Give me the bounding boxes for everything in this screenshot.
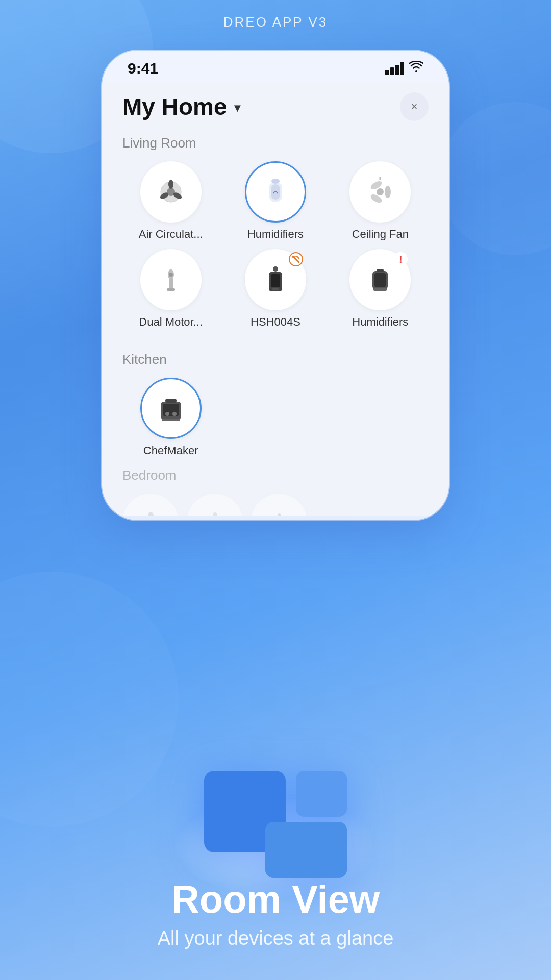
device-ceiling-fan[interactable]: Ceiling Fan xyxy=(332,161,429,241)
svg-point-36 xyxy=(212,512,217,516)
svg-point-8 xyxy=(377,188,384,195)
device-hsh004s[interactable]: HSH004S xyxy=(227,249,323,329)
app-screen: My Home ▼ × Living Room xyxy=(102,82,449,516)
bedroom-devices: Dual M... xyxy=(122,494,429,516)
ceiling-fan-icon xyxy=(362,174,398,210)
device-chefmaker[interactable]: ChefMaker xyxy=(122,378,219,457)
svg-point-34 xyxy=(148,511,154,516)
home-title: My Home xyxy=(122,93,227,120)
room-view-icon xyxy=(204,766,347,878)
hsh004s-icon xyxy=(258,262,293,298)
signal-icon xyxy=(385,62,404,75)
kitchen-section: Kitchen ChefMaker xyxy=(122,352,429,457)
svg-rect-29 xyxy=(165,399,177,403)
svg-point-2 xyxy=(168,180,173,189)
bedroom-fan-icon-1 xyxy=(137,508,165,517)
device-label-ceiling-fan: Ceiling Fan xyxy=(352,228,409,241)
bedroom-fan-icon-2 xyxy=(201,508,229,517)
home-title-container[interactable]: My Home ▼ xyxy=(122,93,243,120)
humidifier-icon xyxy=(258,174,293,210)
room-view-subtitle: All your devices at a glance xyxy=(158,927,394,949)
room-view-title: Room View xyxy=(171,877,380,921)
device-label-humidifier-2: Humidifiers xyxy=(352,315,408,329)
kitchen-title: Kitchen xyxy=(122,352,429,368)
device-icon-hsh004s xyxy=(245,249,306,310)
device-label-dual-motor: Dual Motor... xyxy=(139,315,203,329)
kitchen-devices: ChefMaker xyxy=(122,378,429,457)
alert-badge-humidifier: ! xyxy=(393,252,408,266)
wifi-icon xyxy=(409,61,423,76)
device-label-air-circulator: Air Circulat... xyxy=(139,228,203,241)
air-circulator-icon xyxy=(153,174,189,210)
svg-rect-20 xyxy=(272,288,279,290)
svg-point-30 xyxy=(165,412,169,416)
svg-point-16 xyxy=(169,273,173,277)
device-icon-humidifier-2: ! xyxy=(349,249,411,310)
living-room-title: Living Room xyxy=(122,135,429,151)
bedroom-device-2[interactable] xyxy=(187,494,243,516)
device-icon-chefmaker xyxy=(140,378,202,439)
bottom-text-area: Room View All your devices at a glance xyxy=(0,877,551,949)
bedroom-device-icon-2 xyxy=(187,494,243,516)
feature-icon-area xyxy=(204,766,347,888)
room-divider-1 xyxy=(122,339,429,339)
phone-shell: 9:41 My Home ▼ xyxy=(102,51,449,520)
status-icons xyxy=(385,61,423,76)
device-humidifier-2[interactable]: ! Humidifiers xyxy=(332,249,429,329)
offline-badge-hsh xyxy=(289,252,303,266)
status-bar: 9:41 xyxy=(102,51,449,82)
bedroom-fan-icon-3 xyxy=(265,508,293,517)
device-humidifier-1[interactable]: Humidifiers xyxy=(227,161,323,241)
device-label-chefmaker: ChefMaker xyxy=(143,444,198,457)
humidifier-dark-icon xyxy=(362,262,398,298)
bedroom-device-icon-3 xyxy=(251,494,307,516)
svg-point-21 xyxy=(273,266,278,272)
app-title: DREO APP V3 xyxy=(223,14,328,30)
svg-rect-14 xyxy=(167,288,175,291)
living-room-devices: Air Circulat... Humidifiers xyxy=(122,161,429,329)
device-icon-ceiling-fan xyxy=(349,161,411,223)
bedroom-device-3[interactable] xyxy=(251,494,307,516)
bedroom-section: Bedroom Dual M... xyxy=(122,468,429,516)
status-time: 9:41 xyxy=(128,60,158,77)
device-dual-motor[interactable]: Dual Motor... xyxy=(122,249,219,329)
svg-rect-25 xyxy=(377,269,384,272)
svg-rect-27 xyxy=(163,404,179,416)
dual-motor-icon xyxy=(153,262,189,298)
svg-point-39 xyxy=(277,513,281,517)
device-air-circulator[interactable]: Air Circulat... xyxy=(122,161,219,241)
svg-point-7 xyxy=(271,179,280,184)
device-label-humidifier-1: Humidifiers xyxy=(247,228,304,241)
device-icon-air-circulator xyxy=(140,161,202,223)
svg-point-31 xyxy=(172,412,177,416)
device-icon-dual-motor xyxy=(140,249,202,310)
close-button[interactable]: × xyxy=(400,92,429,121)
device-label-hsh004s: HSH004S xyxy=(251,315,300,329)
living-room-section: Living Room Air Circulat... xyxy=(122,135,429,329)
device-icon-humidifier-1 xyxy=(245,161,306,223)
svg-point-10 xyxy=(385,186,391,198)
feature-block-small-top xyxy=(296,771,347,817)
bedroom-title: Bedroom xyxy=(122,468,429,483)
bedroom-device-1[interactable]: Dual M... xyxy=(122,494,179,516)
dropdown-arrow-icon: ▼ xyxy=(232,102,243,115)
svg-rect-24 xyxy=(373,288,387,291)
svg-rect-23 xyxy=(374,273,386,287)
bedroom-device-icon-1 xyxy=(122,494,179,516)
feature-block-bottom xyxy=(265,822,347,878)
svg-rect-28 xyxy=(162,419,180,421)
svg-rect-19 xyxy=(271,274,280,287)
app-header: My Home ▼ × xyxy=(122,92,429,121)
chefmaker-icon xyxy=(153,390,189,426)
